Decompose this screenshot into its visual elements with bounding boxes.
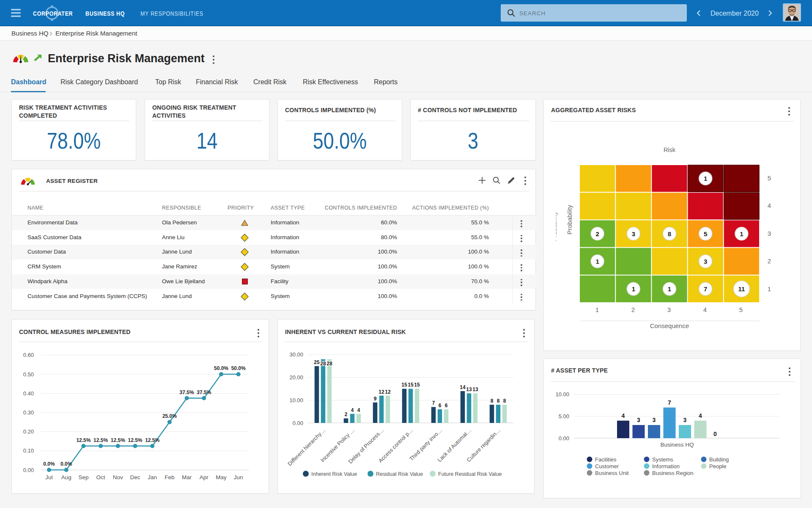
- svg-text:0: 0: [713, 431, 717, 437]
- svg-text:1: 1: [740, 230, 743, 237]
- svg-text:Risk: Risk: [664, 146, 676, 153]
- svg-text:Consequence: Consequence: [650, 322, 689, 329]
- svg-text:12.5%: 12.5%: [128, 437, 142, 443]
- svg-text:0.0%: 0.0%: [43, 461, 55, 467]
- svg-text:5: 5: [739, 306, 743, 313]
- svg-text:1: 1: [632, 285, 635, 293]
- svg-text:Inherent Risk Value: Inherent Risk Value: [311, 471, 357, 477]
- svg-text:5: 5: [768, 174, 771, 182]
- svg-text:13: 13: [472, 387, 478, 392]
- svg-text:3: 3: [704, 258, 707, 265]
- svg-text:12: 12: [385, 389, 391, 395]
- svg-text:15: 15: [401, 382, 407, 388]
- svg-text:Mar: Mar: [182, 474, 192, 480]
- svg-text:1: 1: [595, 306, 599, 313]
- svg-text:3: 3: [637, 417, 640, 423]
- svg-text:3: 3: [683, 417, 687, 423]
- svg-text:6: 6: [445, 403, 448, 409]
- svg-text:Nov: Nov: [113, 474, 123, 480]
- svg-text:4: 4: [768, 202, 771, 209]
- svg-text:4: 4: [357, 407, 360, 413]
- svg-text:10.00: 10.00: [289, 397, 303, 403]
- svg-text:Probability: Probability: [566, 204, 573, 235]
- svg-text:10.00: 10.00: [555, 391, 569, 398]
- svg-text:Different hierarchy…: Different hierarchy…: [286, 427, 326, 467]
- svg-text:2: 2: [631, 306, 635, 313]
- svg-text:Jun: Jun: [234, 474, 243, 480]
- svg-text:0.00: 0.00: [559, 435, 569, 442]
- svg-text:28: 28: [320, 361, 326, 367]
- svg-text:0.10: 0.10: [23, 447, 34, 454]
- svg-text:5: 5: [704, 230, 707, 237]
- svg-text:3: 3: [667, 306, 671, 313]
- svg-text:7: 7: [432, 400, 435, 406]
- svg-text:1: 1: [595, 258, 599, 265]
- svg-text:Oct: Oct: [96, 474, 105, 480]
- svg-text:37.5%: 37.5%: [197, 389, 211, 395]
- svg-text:0.20: 0.20: [23, 428, 34, 435]
- svg-text:25: 25: [314, 359, 320, 365]
- svg-text:8: 8: [497, 398, 500, 404]
- svg-text:9: 9: [374, 396, 377, 402]
- svg-text:5.00: 5.00: [559, 413, 569, 420]
- svg-text:0.40: 0.40: [23, 390, 34, 397]
- svg-text:2: 2: [345, 411, 348, 417]
- svg-text:Business Region: Business Region: [652, 470, 694, 476]
- svg-text:Feb: Feb: [165, 474, 174, 480]
- svg-text:50.0%: 50.0%: [231, 365, 246, 371]
- svg-text:8: 8: [668, 230, 671, 237]
- svg-text:3: 3: [632, 230, 635, 237]
- svg-text:Facilities: Facilities: [595, 456, 617, 463]
- svg-text:4: 4: [351, 407, 354, 413]
- svg-text:Aug: Aug: [61, 474, 71, 480]
- svg-text:3: 3: [768, 230, 771, 237]
- svg-text:2: 2: [768, 257, 771, 265]
- svg-text:6: 6: [439, 403, 442, 409]
- svg-text:12.5%: 12.5%: [145, 437, 159, 443]
- svg-text:15: 15: [408, 382, 414, 388]
- svg-text:11: 11: [738, 285, 745, 293]
- svg-text:12.5%: 12.5%: [111, 437, 125, 443]
- svg-text:2: 2: [595, 230, 599, 237]
- svg-text:12: 12: [379, 389, 384, 395]
- svg-text:4: 4: [703, 306, 707, 313]
- svg-text:Customer: Customer: [595, 463, 619, 469]
- svg-text:28: 28: [326, 361, 332, 367]
- svg-text:3: 3: [653, 417, 656, 423]
- svg-text:Jan: Jan: [148, 474, 157, 480]
- svg-text:May: May: [216, 474, 227, 480]
- svg-text:7: 7: [704, 285, 707, 293]
- svg-text:1: 1: [668, 285, 671, 293]
- svg-text:25.0%: 25.0%: [162, 413, 177, 419]
- svg-text:4: 4: [699, 412, 702, 419]
- svg-text:Building: Building: [709, 456, 729, 463]
- svg-text:0.30: 0.30: [23, 409, 34, 416]
- svg-text:0.00: 0.00: [23, 467, 34, 473]
- svg-text:Future Residual Risk Value: Future Residual Risk Value: [438, 471, 502, 477]
- svg-text:50.0%: 50.0%: [214, 365, 228, 371]
- svg-text:1: 1: [704, 175, 707, 182]
- svg-text:Dec: Dec: [130, 474, 140, 480]
- svg-text:Residual Risk Value: Residual Risk Value: [376, 471, 423, 477]
- svg-text:37.5%: 37.5%: [180, 389, 194, 395]
- svg-text:Probability: Probability: [551, 211, 558, 241]
- svg-text:12.5%: 12.5%: [93, 437, 108, 443]
- svg-text:1: 1: [768, 285, 771, 293]
- svg-text:0.00: 0.00: [293, 420, 303, 426]
- svg-text:Business Unit: Business Unit: [595, 470, 629, 476]
- svg-text:Business HQ: Business HQ: [661, 442, 694, 448]
- svg-text:0.50: 0.50: [23, 371, 34, 378]
- svg-text:8: 8: [491, 398, 494, 404]
- svg-text:7: 7: [668, 399, 671, 406]
- svg-text:30.00: 30.00: [289, 351, 303, 358]
- svg-text:15: 15: [414, 382, 420, 388]
- svg-text:14: 14: [460, 384, 466, 390]
- svg-text:People: People: [709, 463, 726, 469]
- svg-text:Systems: Systems: [652, 456, 673, 463]
- svg-text:13: 13: [466, 387, 472, 392]
- svg-text:Sep: Sep: [78, 474, 88, 480]
- svg-text:Apr: Apr: [200, 474, 209, 480]
- svg-text:0.0%: 0.0%: [60, 461, 72, 467]
- svg-text:Information: Information: [652, 463, 680, 469]
- svg-text:20.00: 20.00: [289, 374, 303, 381]
